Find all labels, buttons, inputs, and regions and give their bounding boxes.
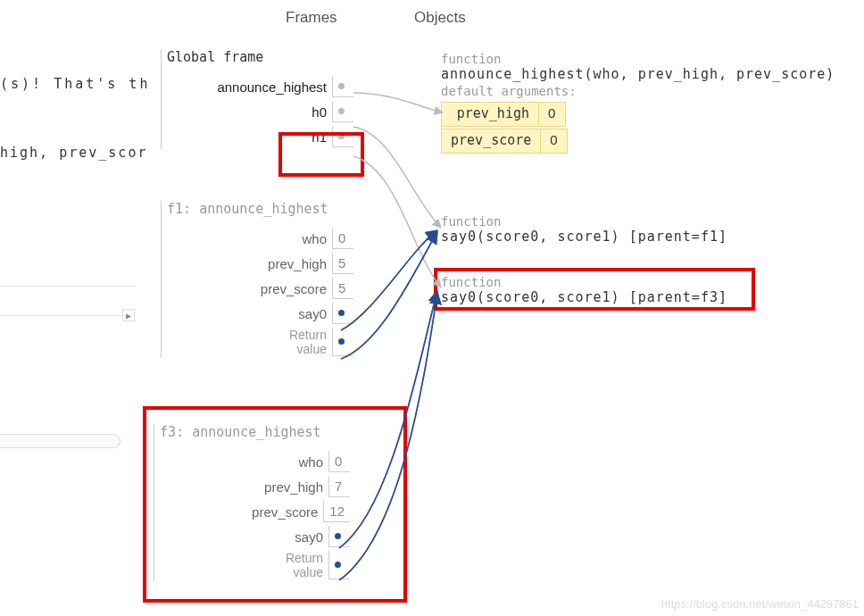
default-arg-key: prev_score bbox=[441, 129, 541, 154]
pointer-dot-icon bbox=[338, 108, 345, 114]
pointer-box bbox=[332, 101, 353, 122]
default-arg-val: 0 bbox=[541, 129, 568, 154]
function-signature: say0(score0, score1) [parent=f1] bbox=[441, 229, 727, 245]
pointer-box bbox=[332, 303, 353, 324]
left-cropped-panel: (s)! That's th high, prev_scor ▶ bbox=[0, 0, 138, 616]
object-fn-say0-f1: function say0(score0, score1) [parent=f1… bbox=[441, 214, 727, 245]
var-label: announce_highest bbox=[217, 79, 332, 95]
global-frame-title: Global frame bbox=[167, 49, 263, 65]
chevron-right-icon: ▶ bbox=[122, 309, 135, 321]
value-box: 5 bbox=[332, 253, 353, 274]
global-var-announce-highest: announce_highest bbox=[162, 74, 353, 99]
value-box: 5 bbox=[332, 278, 353, 299]
pointer-box bbox=[332, 76, 353, 97]
global-var-h0: h0 bbox=[162, 99, 353, 124]
function-signature: announce_highest(who, prev_high, prev_sc… bbox=[441, 66, 852, 82]
f1-who: who 0 bbox=[162, 226, 353, 251]
var-label: h0 bbox=[312, 104, 332, 120]
pill-shape bbox=[0, 434, 120, 448]
left-text-line1: (s)! That's th bbox=[0, 76, 150, 92]
pointer-dot-icon bbox=[338, 310, 345, 316]
value-box: 0 bbox=[332, 228, 353, 249]
default-arg-row: prev_score 0 bbox=[441, 129, 852, 154]
function-keyword: function bbox=[441, 214, 727, 229]
left-text-line2: high, prev_scor bbox=[0, 145, 147, 161]
default-arg-val: 0 bbox=[539, 102, 566, 127]
var-label: who bbox=[302, 231, 332, 246]
objects-header: Objects bbox=[414, 9, 466, 27]
f1-title: f1: announce_highest bbox=[167, 201, 353, 217]
f1-frame: f1: announce_highest who 0 prev_high 5 p… bbox=[161, 201, 353, 358]
var-label: say0 bbox=[298, 306, 332, 321]
highlight-box-say0-f3 bbox=[434, 268, 755, 311]
highlight-box-f3-frame bbox=[143, 406, 407, 603]
watermark: https://blog.csdn.net/weixin_44297861 bbox=[661, 597, 859, 611]
default-args-table: prev_high 0 prev_score 0 bbox=[441, 102, 852, 154]
frames-header: Frames bbox=[286, 9, 337, 27]
f1-prev-high: prev_high 5 bbox=[162, 251, 353, 276]
default-arg-row: prev_high 0 bbox=[441, 102, 852, 127]
default-arg-key: prev_high bbox=[441, 102, 539, 127]
highlight-box-h1 bbox=[278, 132, 364, 177]
f1-return: Returnvalue bbox=[162, 326, 353, 358]
object-fn-announce-highest: function announce_highest(who, prev_high… bbox=[441, 52, 852, 155]
f1-say0: say0 bbox=[162, 301, 353, 326]
default-args-label: default arguments: bbox=[441, 84, 852, 98]
function-keyword: function bbox=[441, 52, 852, 66]
var-label: prev_high bbox=[268, 256, 332, 271]
pointer-dot-icon bbox=[338, 83, 345, 89]
f1-prev-score: prev_score 5 bbox=[162, 276, 353, 301]
var-label: prev_score bbox=[261, 281, 332, 296]
divider bbox=[0, 286, 135, 287]
divider bbox=[0, 315, 135, 316]
var-label: Returnvalue bbox=[289, 328, 332, 356]
pointer-dot-icon bbox=[338, 338, 345, 345]
pointer-box bbox=[332, 328, 353, 356]
